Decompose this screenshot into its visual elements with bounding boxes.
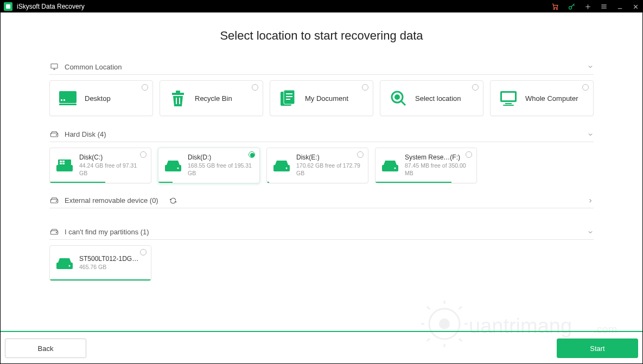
svg-rect-31 (62, 163, 65, 164)
svg-rect-8 (59, 104, 77, 105)
svg-rect-5 (59, 91, 77, 103)
menu-icon[interactable] (600, 3, 608, 10)
svg-rect-21 (502, 93, 515, 100)
lost-disk[interactable]: ST500LT012-1DG1… 465.76 GB (49, 245, 151, 281)
radio[interactable] (582, 84, 589, 91)
drive-icon (165, 159, 181, 172)
disk-free: 170.62 GB free of 172.79 GB (296, 162, 361, 177)
svg-point-37 (394, 168, 396, 169)
monitor-icon (49, 62, 59, 71)
section-header-harddisk[interactable]: Hard Disk (4) (49, 126, 594, 142)
app-title: iSkysoft Data Recovery (17, 3, 85, 10)
card-label: Whole Computer (525, 94, 578, 103)
disk-e[interactable]: Disk(E:) 170.62 GB free of 172.79 GB (266, 148, 368, 183)
radio[interactable] (142, 84, 148, 91)
svg-rect-10 (176, 91, 180, 93)
disk-name: System Rese…(F:) (405, 154, 464, 161)
radio[interactable] (357, 151, 364, 158)
svg-point-1 (553, 9, 555, 10)
card-label: My Document (305, 94, 348, 103)
disk-usage-bar (158, 182, 173, 183)
svg-rect-16 (286, 96, 292, 97)
section-label: External removable device (0) (65, 196, 158, 205)
section-label: I can't find my partitions (1) (65, 228, 149, 236)
drive-icon (49, 131, 59, 138)
back-button[interactable]: Back (5, 339, 86, 358)
card-select-location[interactable]: Select location (380, 80, 483, 116)
svg-rect-23 (503, 105, 514, 106)
footer-separator (1, 331, 642, 332)
radio[interactable] (362, 84, 368, 91)
svg-text:uantrimang: uantrimang (469, 315, 572, 337)
svg-rect-4 (51, 64, 58, 68)
disk-usage-bar (50, 182, 105, 183)
card-desktop[interactable]: Desktop (49, 80, 153, 116)
drive-icon (382, 159, 398, 172)
radio[interactable] (466, 151, 472, 158)
minimize-icon[interactable] (616, 3, 623, 10)
svg-rect-30 (60, 163, 62, 164)
svg-rect-26 (56, 165, 73, 171)
svg-rect-6 (61, 99, 62, 101)
svg-rect-12 (179, 98, 180, 104)
computer-icon (499, 89, 518, 107)
card-my-document[interactable]: My Document (270, 80, 373, 116)
svg-point-19 (394, 94, 400, 100)
svg-line-50 (427, 306, 430, 309)
disk-name: Disk(E:) (296, 154, 356, 161)
chevron-right-icon (587, 197, 594, 204)
card-label: Select location (415, 94, 461, 103)
key-icon[interactable] (568, 3, 576, 11)
drive-icon (56, 257, 73, 270)
disk-c[interactable]: Disk(C:) 44.24 GB free of 97.31 GB (49, 148, 151, 183)
close-icon[interactable] (632, 3, 639, 10)
svg-rect-15 (286, 93, 292, 94)
cart-icon[interactable] (551, 3, 559, 10)
drive-windows-icon (56, 159, 73, 172)
disk-d[interactable]: Disk(D:) 168.55 GB free of 195.31 GB (158, 148, 260, 183)
footer: Back Start (1, 336, 642, 363)
svg-rect-17 (286, 99, 290, 100)
svg-point-39 (56, 201, 56, 201)
svg-point-3 (569, 6, 572, 9)
disk-f[interactable]: System Rese…(F:) 87.45 MB free of 350.00… (375, 148, 477, 183)
plus-icon[interactable] (584, 3, 591, 10)
disk-free: 465.76 GB (79, 264, 139, 271)
radio[interactable] (249, 151, 255, 158)
section-header-lost[interactable]: I can't find my partitions (1) (49, 223, 594, 240)
card-label: Recycle Bin (195, 94, 232, 103)
section-label: Common Location (65, 63, 122, 71)
svg-rect-0 (6, 4, 10, 9)
section-header-common[interactable]: Common Location (49, 58, 594, 75)
svg-point-33 (177, 168, 179, 169)
app-logo (4, 2, 12, 11)
hard-disk-row: Disk(C:) 44.24 GB free of 97.31 GB Disk(… (49, 148, 594, 183)
card-whole-computer[interactable]: Whole Computer (490, 80, 594, 116)
svg-rect-22 (505, 103, 512, 104)
page-title: Select location to start recovering data (49, 29, 594, 43)
card-recycle-bin[interactable]: Recycle Bin (160, 80, 263, 116)
svg-point-44 (429, 309, 460, 339)
refresh-icon[interactable] (169, 197, 177, 205)
section-label: Hard Disk (4) (65, 130, 106, 138)
start-button[interactable]: Start (557, 339, 638, 358)
svg-point-41 (56, 232, 56, 233)
svg-rect-9 (172, 93, 184, 95)
search-icon (389, 89, 408, 107)
radio[interactable] (472, 84, 479, 91)
svg-text:.com: .com (594, 323, 617, 335)
svg-point-35 (286, 168, 288, 169)
chevron-down-icon (587, 229, 594, 235)
radio[interactable] (140, 151, 147, 158)
disk-usage-bar (375, 182, 451, 183)
section-header-removable[interactable]: External removable device (0) (49, 192, 594, 208)
svg-point-2 (557, 9, 558, 10)
disk-name: Disk(D:) (188, 154, 247, 161)
svg-rect-28 (60, 161, 62, 162)
radio[interactable] (140, 249, 147, 256)
lost-partition-row: ST500LT012-1DG1… 465.76 GB (49, 245, 594, 281)
radio[interactable] (252, 84, 258, 91)
disk-name: ST500LT012-1DG1… (79, 255, 139, 263)
svg-point-43 (69, 265, 71, 267)
drive-icon (49, 197, 59, 205)
